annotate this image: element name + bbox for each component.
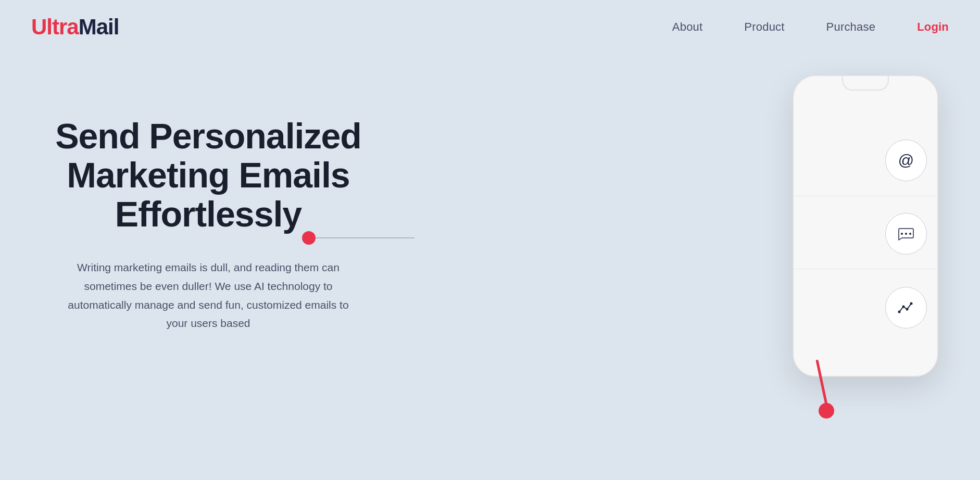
- nav-login-link[interactable]: Login: [917, 20, 949, 33]
- svg-point-0: [901, 233, 903, 235]
- phone-icons: @: [794, 76, 937, 376]
- at-icon: @: [898, 151, 914, 169]
- nav-item-login: Login: [917, 20, 949, 34]
- hero-section: Send Personalized Marketing Emails Effor…: [0, 54, 980, 460]
- logo-mail: Mail: [79, 15, 119, 40]
- svg-point-4: [902, 305, 905, 308]
- hero-title: Send Personalized Marketing Emails Effor…: [31, 117, 385, 233]
- nav-item-product: Product: [744, 20, 784, 34]
- nav-item-about: About: [672, 20, 703, 34]
- phone-notch: [842, 76, 889, 91]
- chat-icon-circle: [885, 213, 927, 255]
- hero-content: Send Personalized Marketing Emails Effor…: [31, 85, 385, 333]
- svg-point-3: [898, 310, 901, 313]
- red-stick-decoration: [819, 359, 834, 419]
- logo-ultra: Ultra: [31, 15, 79, 40]
- svg-point-2: [909, 233, 911, 235]
- svg-point-1: [905, 233, 907, 235]
- connector-line: [316, 237, 414, 238]
- chart-trend-icon: [897, 298, 915, 317]
- chart-icon-circle: [885, 287, 927, 329]
- logo[interactable]: Ultra Mail: [31, 15, 119, 40]
- nav-purchase-link[interactable]: Purchase: [826, 20, 876, 33]
- phone-mockup-container: @: [793, 75, 938, 377]
- nav-product-link[interactable]: Product: [744, 20, 784, 33]
- phone-mockup: @: [793, 75, 938, 377]
- red-dot-accent: [302, 231, 316, 245]
- hero-description: Writing marketing emails is dull, and re…: [68, 258, 349, 333]
- chat-bubble-icon: [897, 224, 915, 243]
- red-stick: [815, 359, 828, 406]
- nav-item-purchase: Purchase: [826, 20, 876, 34]
- nav-about-link[interactable]: About: [672, 20, 703, 33]
- red-dot-connector: [302, 231, 414, 245]
- navbar: Ultra Mail About Product Purchase Login: [0, 0, 980, 54]
- svg-point-6: [910, 302, 913, 305]
- svg-point-5: [906, 308, 909, 310]
- email-icon-circle: @: [885, 140, 927, 181]
- nav-links: About Product Purchase Login: [672, 20, 949, 34]
